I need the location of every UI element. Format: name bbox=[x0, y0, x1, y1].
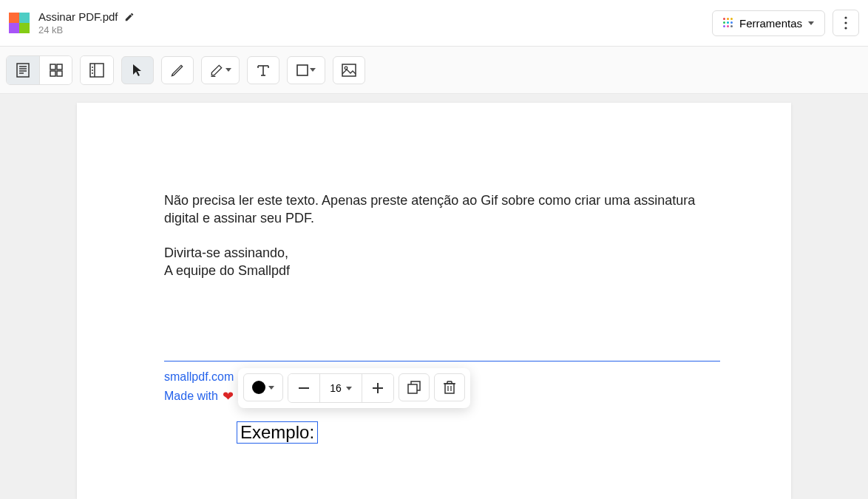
highlighter-tool-button[interactable] bbox=[201, 56, 240, 84]
image-tool-button[interactable] bbox=[333, 56, 365, 84]
selected-text-box[interactable]: Exemplo: bbox=[237, 421, 318, 444]
file-title: Assinar PDF.pdf bbox=[38, 10, 118, 23]
shape-tool-button[interactable] bbox=[287, 56, 325, 84]
duplicate-icon bbox=[407, 381, 421, 394]
pdf-page[interactable]: Não precisa ler este texto. Apenas prest… bbox=[77, 103, 791, 499]
svg-point-16 bbox=[92, 72, 93, 74]
svg-rect-28 bbox=[373, 387, 383, 389]
pen-tool-button[interactable] bbox=[161, 56, 194, 84]
caret-down-icon bbox=[268, 386, 274, 390]
file-size: 24 kB bbox=[38, 24, 135, 35]
header-left: Assinar PDF.pdf 24 kB bbox=[9, 10, 135, 35]
svg-point-2 bbox=[844, 27, 847, 29]
paragraph: Não precisa ler este texto. Apenas prest… bbox=[164, 191, 732, 228]
increase-font-button[interactable] bbox=[362, 374, 393, 402]
text-format-toolbar: 16 bbox=[238, 368, 470, 408]
svg-rect-3 bbox=[17, 64, 29, 77]
svg-rect-24 bbox=[342, 64, 356, 76]
grid-icon bbox=[50, 64, 63, 77]
svg-rect-10 bbox=[50, 71, 55, 76]
svg-rect-26 bbox=[299, 387, 309, 389]
caret-down-icon bbox=[226, 68, 231, 72]
caret-down-icon bbox=[808, 21, 814, 25]
font-size-dropdown[interactable]: 16 bbox=[319, 374, 362, 402]
svg-rect-9 bbox=[57, 64, 62, 69]
text-tool-button[interactable] bbox=[247, 56, 279, 84]
view-split-group bbox=[80, 55, 114, 85]
footer-made-with: Made with bbox=[164, 390, 218, 403]
pen-icon bbox=[170, 63, 185, 78]
edit-filename-icon[interactable] bbox=[124, 12, 135, 22]
page-lines-icon bbox=[16, 63, 30, 78]
font-size-value: 16 bbox=[330, 382, 342, 394]
duplicate-button[interactable] bbox=[399, 373, 430, 401]
more-options-button[interactable] bbox=[833, 10, 859, 36]
svg-point-14 bbox=[92, 67, 93, 68]
decrease-font-button[interactable] bbox=[288, 374, 319, 402]
text-color-button[interactable] bbox=[243, 373, 283, 401]
minus-icon bbox=[299, 387, 309, 389]
view-grid-button[interactable] bbox=[39, 56, 72, 84]
svg-rect-8 bbox=[50, 64, 55, 69]
text-icon bbox=[257, 64, 270, 77]
document-body: Não precisa ler este texto. Apenas prest… bbox=[164, 191, 732, 279]
trash-icon bbox=[444, 381, 455, 394]
svg-rect-31 bbox=[445, 384, 454, 393]
svg-point-1 bbox=[844, 21, 847, 24]
highlighter-icon bbox=[209, 63, 224, 78]
svg-point-15 bbox=[92, 69, 93, 71]
tools-menu-button[interactable]: Ferramentas bbox=[712, 10, 825, 36]
cursor-icon bbox=[132, 64, 143, 77]
split-view-icon bbox=[89, 63, 104, 78]
paragraph: A equipe do Smallpdf bbox=[164, 262, 732, 279]
svg-rect-23 bbox=[297, 65, 308, 75]
header-right: Ferramentas bbox=[712, 10, 859, 36]
apps-grid-icon bbox=[723, 18, 733, 28]
svg-rect-30 bbox=[408, 384, 417, 393]
square-icon bbox=[296, 64, 308, 76]
workspace[interactable]: Não precisa ler este texto. Apenas prest… bbox=[0, 94, 868, 499]
color-swatch-icon bbox=[252, 381, 265, 394]
svg-rect-11 bbox=[57, 71, 62, 76]
file-info: Assinar PDF.pdf 24 kB bbox=[38, 10, 135, 35]
delete-button[interactable] bbox=[434, 373, 465, 401]
app-logo[interactable] bbox=[9, 13, 30, 33]
heart-icon: ❤ bbox=[223, 388, 234, 404]
svg-point-25 bbox=[345, 67, 347, 69]
select-tool-button[interactable] bbox=[121, 56, 154, 84]
svg-point-0 bbox=[844, 16, 847, 18]
font-size-stepper: 16 bbox=[288, 373, 394, 403]
caret-down-icon bbox=[310, 68, 316, 72]
kebab-icon bbox=[844, 16, 847, 30]
image-icon bbox=[342, 64, 356, 77]
editor-toolbar bbox=[0, 47, 868, 94]
app-header: Assinar PDF.pdf 24 kB Ferramentas bbox=[0, 0, 868, 47]
caret-down-icon bbox=[346, 387, 352, 390]
plus-icon bbox=[373, 383, 383, 393]
footer-divider bbox=[164, 361, 720, 361]
view-mode-group bbox=[6, 55, 72, 85]
view-single-page-button[interactable] bbox=[7, 56, 39, 84]
tools-label: Ferramentas bbox=[739, 17, 802, 30]
view-split-button[interactable] bbox=[81, 56, 113, 84]
paragraph: Divirta-se assinando, bbox=[164, 244, 732, 262]
